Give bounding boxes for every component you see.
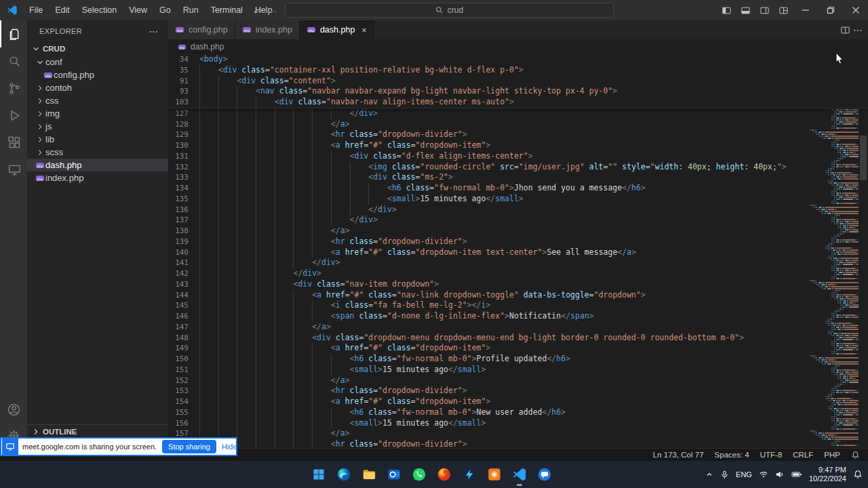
code-line-144[interactable]: 144<a href="#" class="nav-link dropdown-… xyxy=(168,290,868,301)
code-line-148[interactable]: 148<div class="dropdown-menu dropdown-me… xyxy=(168,333,868,344)
code-line-142[interactable]: 142</div> xyxy=(168,268,868,279)
firefox-icon[interactable] xyxy=(436,465,452,484)
workspace-root-row[interactable]: CRUD xyxy=(27,42,168,56)
code-line-132[interactable]: 132<img class="rounded-circle" src="img/… xyxy=(168,162,868,173)
tree-item-css[interactable]: css xyxy=(27,94,168,107)
close-window-button[interactable] xyxy=(843,0,868,20)
wifi-icon[interactable] xyxy=(759,470,768,479)
tab-index-php[interactable]: phpindex.php xyxy=(235,20,300,39)
tree-item-conf[interactable]: conf xyxy=(27,56,168,68)
restore-button[interactable] xyxy=(818,0,843,20)
blue-chat-app-icon[interactable] xyxy=(536,465,553,484)
minimap[interactable] xyxy=(810,54,859,448)
stop-sharing-button[interactable]: Stop sharing xyxy=(162,440,216,453)
remote-explorer-icon[interactable] xyxy=(0,156,27,183)
menu-selection[interactable]: Selection xyxy=(76,0,123,20)
customize-layout-icon[interactable] xyxy=(774,0,793,20)
tree-item-config-php[interactable]: phpconfig.php xyxy=(27,68,168,81)
close-tab-icon[interactable]: × xyxy=(361,25,367,35)
orange-app-icon[interactable] xyxy=(486,465,502,484)
taskbar-clock[interactable]: 9:47 PM 10/22/2024 xyxy=(809,466,846,483)
menu-go[interactable]: Go xyxy=(153,0,177,20)
tree-item-img[interactable]: img xyxy=(27,107,168,120)
code-area[interactable]: 127</div>128</a>129<hr class="dropdown-d… xyxy=(168,108,868,448)
code-line-155[interactable]: 155<h6 class="fw-normal mb-0">New user a… xyxy=(168,407,868,418)
code-line-150[interactable]: 150<h6 class="fw-normal mb-0">Profile up… xyxy=(168,354,868,365)
more-actions-icon[interactable]: ⋯ xyxy=(853,24,863,35)
forward-arrow-icon[interactable]: → xyxy=(266,0,281,20)
notifications-bell-icon[interactable] xyxy=(851,451,860,460)
explorer-more-actions-icon[interactable]: ⋯ xyxy=(146,26,161,37)
tree-item-scss[interactable]: scss xyxy=(27,146,168,159)
menu-edit[interactable]: Edit xyxy=(49,0,76,20)
code-line-149[interactable]: 149<a href="#" class="dropdown-item"> xyxy=(168,343,868,354)
code-line-137[interactable]: 137</div> xyxy=(168,215,868,226)
explorer-icon[interactable] xyxy=(0,20,27,47)
code-line-130[interactable]: 130<a href="#" class="dropdown-item"> xyxy=(168,140,868,151)
tree-item-contoh[interactable]: contoh xyxy=(27,81,168,94)
code-line-135[interactable]: 135<small>15 minutes ago</small> xyxy=(168,194,868,205)
editor-scrollbar[interactable] xyxy=(859,54,868,448)
toggle-secondary-sidebar-icon[interactable] xyxy=(755,0,774,20)
cursor-position[interactable]: Ln 173, Col 77 xyxy=(653,451,704,459)
code-line-147[interactable]: 147</a> xyxy=(168,322,868,333)
code-line-133[interactable]: 133<div class="ms-2"> xyxy=(168,172,868,183)
hide-banner-button[interactable]: Hide xyxy=(222,443,237,451)
code-line-141[interactable]: 141</div> xyxy=(168,258,868,268)
breadcrumb[interactable]: php dash.php xyxy=(168,39,868,54)
run-debug-icon[interactable] xyxy=(0,102,27,129)
microphone-icon[interactable] xyxy=(720,470,729,479)
file-encoding[interactable]: UTF-8 xyxy=(760,451,783,459)
tree-item-dash-php[interactable]: phpdash.php xyxy=(27,159,168,171)
toggle-panel-icon[interactable] xyxy=(736,0,755,20)
minimize-button[interactable] xyxy=(793,0,818,20)
hidden-icons-chevron-icon[interactable] xyxy=(705,470,713,479)
code-line-158[interactable]: 158<hr class="dropdown-divider"> xyxy=(168,439,868,448)
extensions-icon[interactable] xyxy=(0,129,27,156)
code-line-128[interactable]: 128</a> xyxy=(168,119,868,130)
code-line-151[interactable]: 151<small>15 minutes ago</small> xyxy=(168,365,868,375)
scrollbar-thumb[interactable] xyxy=(860,136,867,180)
code-line-139[interactable]: 139<hr class="dropdown-divider"> xyxy=(168,237,868,247)
outline-section[interactable]: OUTLINE xyxy=(27,424,168,439)
menu-file[interactable]: File xyxy=(23,0,49,20)
start-button-icon[interactable] xyxy=(311,465,327,484)
tree-item-index-php[interactable]: phpindex.php xyxy=(27,171,168,184)
code-line-143[interactable]: 143<div class="nav-item dropdown"> xyxy=(168,279,868,290)
account-icon[interactable] xyxy=(0,396,27,422)
code-line-140[interactable]: 140<a href="#" class="dropdown-item text… xyxy=(168,247,868,258)
code-line-156[interactable]: 156<small>15 minutes ago</small> xyxy=(168,418,868,429)
code-line-153[interactable]: 153<hr class="dropdown-divider"> xyxy=(168,386,868,396)
outlook-icon[interactable] xyxy=(386,465,402,484)
code-line-103[interactable]: 103<div class="navbar-nav align-items-ce… xyxy=(168,97,868,108)
notification-center-bell-icon[interactable] xyxy=(853,470,863,479)
menu-terminal[interactable]: Terminal xyxy=(205,0,249,20)
code-line-93[interactable]: 93<nav class="navbar navbar-expand bg-li… xyxy=(168,86,868,97)
whatsapp-icon[interactable] xyxy=(411,465,427,484)
code-line-146[interactable]: 146<span class="d-none d-lg-inline-flex"… xyxy=(168,311,868,322)
tree-item-lib[interactable]: lib xyxy=(27,133,168,146)
code-line-34[interactable]: 34<body> xyxy=(168,54,868,65)
code-line-134[interactable]: 134<h6 class="fw-normal mb-0">Jhon send … xyxy=(168,183,868,194)
vscode-taskbar-icon[interactable] xyxy=(511,465,528,484)
language-indicator[interactable]: ENG xyxy=(736,470,752,479)
volume-icon[interactable] xyxy=(775,470,785,479)
code-line-136[interactable]: 136</div> xyxy=(168,205,868,216)
indentation-setting[interactable]: Spaces: 4 xyxy=(715,451,749,459)
code-line-127[interactable]: 127</div> xyxy=(168,108,868,119)
code-line-154[interactable]: 154<a href="#" class="dropdown-item"> xyxy=(168,396,868,407)
code-line-145[interactable]: 145<i class="fa fa-bell me-lg-2"></i> xyxy=(168,300,868,311)
source-control-icon[interactable] xyxy=(0,75,27,102)
tab-config-php[interactable]: phpconfig.php xyxy=(168,20,235,39)
code-line-129[interactable]: 129<hr class="dropdown-divider"> xyxy=(168,129,868,140)
command-center-search[interactable]: crud xyxy=(285,3,614,18)
battery-icon[interactable] xyxy=(791,470,802,479)
code-line-131[interactable]: 131<div class="d-flex align-items-center… xyxy=(168,151,868,162)
back-arrow-icon[interactable]: ← xyxy=(250,0,264,20)
code-line-35[interactable]: 35<div class="container-xxl position-rel… xyxy=(168,65,868,76)
language-mode[interactable]: PHP xyxy=(824,451,840,459)
lightning-app-icon[interactable] xyxy=(461,465,477,484)
search-sidebar-icon[interactable] xyxy=(0,47,27,75)
toggle-primary-sidebar-icon[interactable] xyxy=(717,0,736,20)
code-line-91[interactable]: 91<div class="content"> xyxy=(168,76,868,87)
